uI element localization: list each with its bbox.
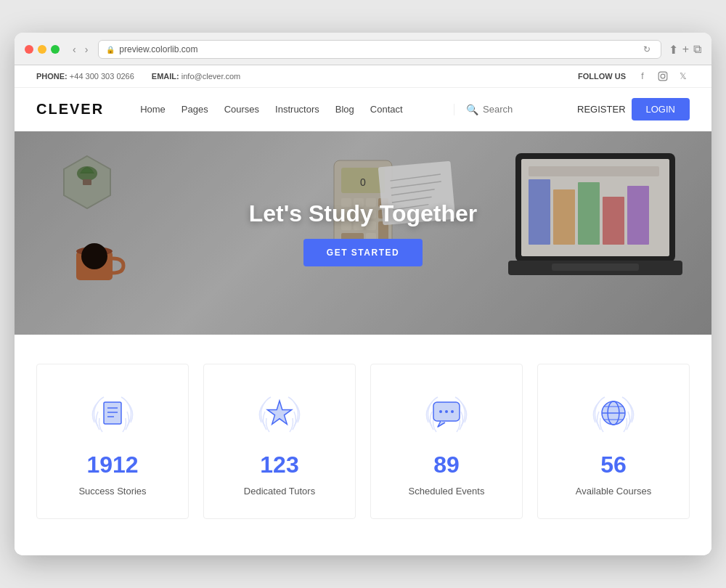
minimize-button[interactable] [38,45,46,54]
maximize-button[interactable] [51,45,60,54]
stat-icon-wrap-1 [83,386,142,444]
stat-icon-wrap-2 [250,386,309,444]
svg-point-2 [665,73,666,74]
address-bar[interactable]: 🔒 preview.colorlib.com ↻ [98,40,661,59]
svg-marker-50 [267,401,291,424]
stat-card-events: 89 Scheduled Events [370,364,523,519]
stats-section: 1912 Success Stories [15,335,711,555]
svg-point-54 [451,410,454,413]
website: PHONE: +44 300 303 0266 EMAIL: info@clev… [15,65,711,555]
logo[interactable]: CLEVER [36,101,104,118]
stat-number-4: 56 [600,452,627,478]
hero-section: 0 [15,131,711,335]
stat-label-2: Dedicated Tutors [244,486,315,497]
nav-pages[interactable]: Pages [182,104,208,115]
stat-icon-wrap-4 [584,386,643,444]
email-value: info@clever.com [182,72,240,81]
hero-title: Let's Study Together [249,200,478,227]
phone-info: PHONE: +44 300 303 0266 [36,72,134,81]
svg-point-1 [661,74,665,78]
phone-label: PHONE: [36,72,68,81]
stat-label-3: Scheduled Events [409,486,485,497]
facebook-icon[interactable]: f [636,70,649,83]
instagram-icon[interactable] [656,70,669,83]
tabs-overview-button[interactable]: ⧉ [693,43,701,56]
email-info: EMAIL: info@clever.com [152,72,240,81]
nav-home[interactable]: Home [140,104,166,115]
stat-label-4: Available Courses [576,486,652,497]
stat-label-1: Success Stories [78,486,146,497]
svg-point-52 [439,410,442,413]
phone-value: +44 300 303 0266 [70,72,134,81]
browser-window: ‹ › 🔒 preview.colorlib.com ↻ ⬆ + ⧉ PHONE… [15,33,711,555]
stat-card-courses: 56 Available Courses [537,364,690,519]
follow-us-label: FOLLOW US [578,72,626,81]
nav-courses[interactable]: Courses [224,104,259,115]
stat-number-3: 89 [433,452,460,478]
traffic-lights [25,45,60,54]
browser-chrome: ‹ › 🔒 preview.colorlib.com ↻ ⬆ + ⧉ [15,33,711,65]
email-label: EMAIL: [152,72,179,81]
url-text: preview.colorlib.com [119,44,197,54]
get-started-button[interactable]: GET STARTED [303,239,423,266]
twitter-icon[interactable]: 𝕏 [677,70,690,83]
svg-point-53 [445,410,448,413]
stats-grid: 1912 Success Stories [36,364,690,519]
navbar: CLEVER Home Pages Courses Instructors Bl… [15,88,711,131]
share-button[interactable]: ⬆ [669,43,678,57]
back-button[interactable]: ‹ [70,42,79,57]
top-bar: PHONE: +44 300 303 0266 EMAIL: info@clev… [15,65,711,88]
search-input[interactable] [483,104,555,115]
new-tab-button[interactable]: + [682,43,689,56]
forward-button[interactable]: › [82,42,91,57]
lock-icon: 🔒 [106,46,115,54]
close-button[interactable] [25,45,33,54]
login-button[interactable]: LOGIN [632,98,690,121]
reload-button[interactable]: ↻ [640,43,653,56]
hero-content: Let's Study Together GET STARTED [15,131,711,335]
stat-card-tutors: 123 Dedicated Tutors [203,364,356,519]
svg-rect-0 [658,72,667,81]
nav-blog[interactable]: Blog [335,104,354,115]
stat-number-2: 123 [260,452,298,478]
search-icon: 🔍 [466,104,478,115]
svg-rect-46 [104,402,121,424]
nav-search: 🔍 [454,104,555,115]
nav-links: Home Pages Courses Instructors Blog Cont… [140,104,432,115]
nav-contact[interactable]: Contact [370,104,403,115]
stat-icon-wrap-3 [417,386,476,444]
stat-number-1: 1912 [86,452,138,478]
stat-card-success-stories: 1912 Success Stories [36,364,189,519]
register-button[interactable]: REGISTER [577,104,625,115]
nav-instructors[interactable]: Instructors [275,104,319,115]
